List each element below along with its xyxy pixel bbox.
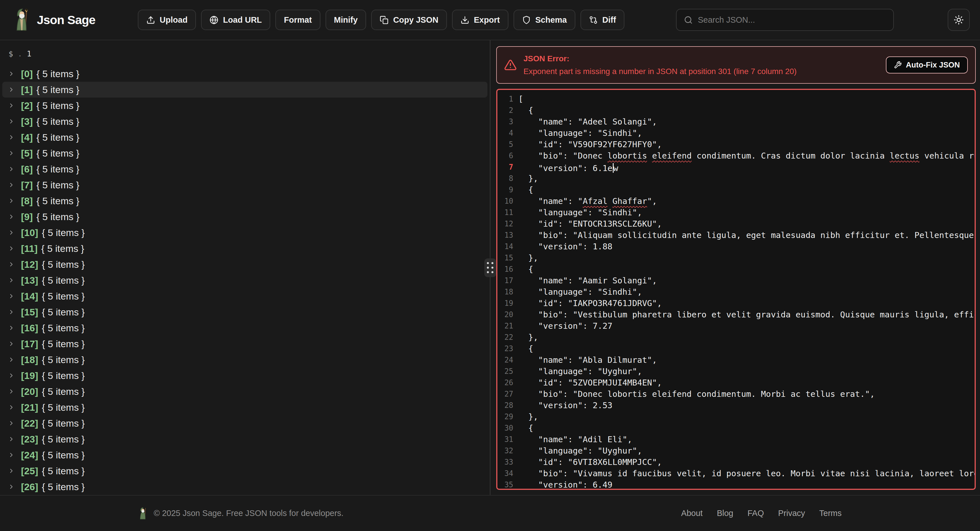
tree-item-22[interactable]: [22]{ 5 items } (2, 415, 487, 431)
toolbar-button-upload[interactable]: Upload (138, 10, 196, 30)
panel-resizer[interactable] (490, 40, 490, 495)
tree-item-25[interactable]: [25]{ 5 items } (2, 463, 487, 479)
chevron-right-icon (8, 451, 15, 458)
line-code: "id": "V59OF92YF627HFY0", (519, 139, 662, 150)
tree-item-summary: { 5 items } (37, 164, 80, 175)
tree-item-index: [7] (21, 180, 33, 191)
tree-item-7[interactable]: [7]{ 5 items } (2, 177, 487, 193)
toolbar-button-export[interactable]: Export (452, 10, 508, 30)
line-code: "language": "Uyghur", (519, 366, 642, 377)
line-number: 8 (497, 173, 519, 184)
chevron-right-icon (8, 293, 15, 300)
button-label: Minify (334, 15, 358, 25)
line-code: "id": "5ZVOEPMJUI4MB4EN", (519, 377, 662, 388)
tree-item-5[interactable]: [5]{ 5 items } (2, 145, 487, 161)
tree-item-15[interactable]: [15]{ 5 items } (2, 304, 487, 320)
editor-line-23: 23 { (497, 343, 975, 354)
tree-item-index: [3] (21, 116, 33, 127)
main-content: $ . 1 [0]{ 5 items }[1]{ 5 items }[2]{ 5… (0, 40, 980, 495)
line-number: 19 (497, 298, 519, 309)
chevron-right-icon (8, 340, 15, 347)
tree-item-23[interactable]: [23]{ 5 items } (2, 431, 487, 447)
tree-item-17[interactable]: [17]{ 5 items } (2, 336, 487, 352)
tree-item-20[interactable]: [20]{ 5 items } (2, 384, 487, 399)
header: Json Sage UploadLoad URLFormatMinifyCopy… (0, 0, 980, 40)
tree-item-10[interactable]: [10]{ 5 items } (2, 225, 487, 241)
tree-item-3[interactable]: [3]{ 5 items } (2, 113, 487, 129)
tree-item-summary: { 5 items } (37, 84, 80, 95)
line-code: }, (519, 332, 538, 343)
toolbar-button-load-url[interactable]: Load URL (201, 10, 270, 30)
tree-item-index: [22] (21, 418, 38, 429)
tree-item-13[interactable]: [13]{ 5 items } (2, 272, 487, 288)
globe-icon (210, 16, 218, 24)
editor-line-19: 19 "id": "IAKPO3R4761JDRVG", (497, 298, 975, 309)
tree-item-11[interactable]: [11]{ 5 items } (2, 241, 487, 257)
tree-item-16[interactable]: [16]{ 5 items } (2, 320, 487, 336)
toolbar-button-diff[interactable]: Diff (581, 10, 624, 30)
tree-item-6[interactable]: [6]{ 5 items } (2, 161, 487, 177)
editor-line-30: 30 { (497, 423, 975, 434)
footer-link-faq[interactable]: FAQ (748, 509, 764, 518)
tree-item-0[interactable]: [0]{ 5 items } (2, 66, 487, 82)
editor-line-12: 12 "id": "ENTOCR13RSCLZ6KU", (497, 218, 975, 230)
tree-item-summary: { 5 items } (37, 148, 80, 159)
toolbar-button-minify[interactable]: Minify (326, 10, 366, 30)
line-number: 2 (497, 105, 519, 116)
line-code: "version": 6.1ew (519, 161, 618, 173)
tree-item-index: [16] (21, 322, 38, 333)
line-number: 11 (497, 207, 519, 218)
grip-dots-icon[interactable] (484, 258, 496, 277)
chevron-right-icon (8, 245, 15, 252)
tree-item-18[interactable]: [18]{ 5 items } (2, 352, 487, 368)
line-code: { (519, 263, 533, 275)
footer-link-blog[interactable]: Blog (717, 509, 733, 518)
theme-toggle-button[interactable] (948, 9, 970, 31)
editor-line-13: 13 "bio": "Aliquam sollicitudin ante lig… (497, 230, 975, 241)
line-number: 12 (497, 218, 519, 230)
error-title: JSON Error: (523, 54, 797, 63)
tree-item-14[interactable]: [14]{ 5 items } (2, 288, 487, 304)
toolbar-button-format[interactable]: Format (275, 10, 320, 30)
chevron-right-icon (8, 372, 15, 379)
footer-link-about[interactable]: About (681, 509, 703, 518)
json-editor[interactable]: 1[2 {3 "name": "Adeel Solangi",4 "langua… (496, 89, 976, 490)
line-code: "language": "Sindhi", (519, 286, 642, 298)
tree-item-index: [24] (21, 450, 38, 461)
tree-item-summary: { 5 items } (42, 402, 84, 413)
tree-item-1[interactable]: [1]{ 5 items } (2, 82, 487, 97)
chevron-right-icon (8, 86, 15, 93)
footer-link-privacy[interactable]: Privacy (778, 509, 805, 518)
line-code: "version": 1.88 (519, 241, 612, 252)
tree-item-24[interactable]: [24]{ 5 items } (2, 447, 487, 463)
tree-item-19[interactable]: [19]{ 5 items } (2, 368, 487, 384)
shield-icon (522, 16, 531, 24)
tree-item-26[interactable]: [26]{ 5 items } (2, 479, 487, 495)
line-number: 5 (497, 139, 519, 150)
chevron-right-icon (8, 309, 15, 316)
line-number: 23 (497, 343, 519, 354)
tree-item-21[interactable]: [21]{ 5 items } (2, 399, 487, 415)
sage-wizard-logo (14, 6, 31, 33)
auto-fix-json-button[interactable]: Auto-Fix JSON (886, 56, 968, 73)
line-code: }, (519, 411, 538, 423)
tree-item-2[interactable]: [2]{ 5 items } (2, 97, 487, 113)
tree-item-index: [26] (21, 482, 38, 493)
footer-link-terms[interactable]: Terms (819, 509, 842, 518)
toolbar-button-schema[interactable]: Schema (514, 10, 575, 30)
tree-item-index: [5] (21, 148, 33, 159)
tree-item-summary: { 5 items } (37, 211, 80, 222)
toolbar-button-copy-json[interactable]: Copy JSON (371, 10, 447, 30)
tree-item-summary: { 5 items } (37, 180, 80, 191)
search-input[interactable] (698, 15, 886, 25)
tree-item-8[interactable]: [8]{ 5 items } (2, 193, 487, 209)
line-code: "id": "IAKPO3R4761JDRVG", (519, 298, 662, 309)
tree-item-4[interactable]: [4]{ 5 items } (2, 129, 487, 145)
tree-item-12[interactable]: [12]{ 5 items } (2, 257, 487, 272)
tree-item-index: [12] (21, 259, 38, 270)
search-box[interactable] (676, 9, 894, 31)
line-number: 30 (497, 423, 519, 434)
tree-item-summary: { 5 items } (42, 450, 84, 461)
tree-item-9[interactable]: [9]{ 5 items } (2, 209, 487, 225)
chevron-right-icon (8, 404, 15, 411)
